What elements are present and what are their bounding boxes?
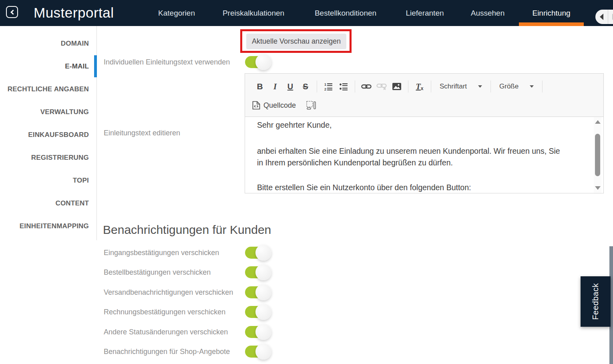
nav-item-bestellkonditionen[interactable]: Bestellkonditionen [315, 0, 376, 26]
scroll-up-arrow-icon[interactable] [595, 120, 601, 124]
sidebar-item-einheitenmapping[interactable]: EINHEITENMAPPING [0, 215, 96, 237]
ordered-list-icon[interactable]: 12 [321, 80, 336, 93]
toggle-shop-angebote[interactable] [245, 346, 271, 358]
feedback-tab[interactable]: Feedback [581, 276, 611, 327]
feedback-tab-label: Feedback [591, 283, 600, 320]
sidebar-item-topi[interactable]: TOPI [0, 169, 96, 192]
scrollbar-thumb[interactable] [595, 134, 600, 176]
sidebar-item-label: EINHEITENMAPPING [20, 222, 89, 230]
notification-row-rechnungsbestaetigungen: Rechnungsbestätigungen verschicken [104, 306, 613, 318]
editor-toolbar: B I U S 12 [245, 74, 603, 117]
sidebar-item-einkaufsboard[interactable]: EINKAUFSBOARD [0, 123, 96, 146]
svg-text:2: 2 [324, 87, 326, 91]
toggle-knob [255, 284, 271, 300]
active-tab-underline [519, 22, 584, 26]
notification-row-eingangsbestaetigungen: Eingangsbestätigungen verschicken [104, 247, 613, 259]
toggle-knob [255, 245, 271, 261]
toggle-label: Eingangsbestätigungen verschicken [104, 249, 219, 257]
toggle-bestellbestaetigungen[interactable] [245, 266, 271, 278]
link-icon[interactable] [359, 80, 374, 93]
source-code-button[interactable]: Quellcode [252, 101, 296, 110]
toggle-label: Bestellbestätigungen verschicken [104, 268, 211, 276]
editor-scrollbar [594, 117, 601, 193]
sidebar-item-label: EINKAUFSBOARD [28, 131, 89, 139]
toggle-knob [255, 344, 271, 360]
source-icon [252, 101, 260, 110]
toggle-knob [255, 264, 271, 280]
sidebar-item-label: RECHTLICHE ANGABEN [8, 85, 89, 93]
toggle-eingangsbestaetigungen[interactable] [245, 247, 271, 259]
back-button[interactable] [6, 6, 18, 18]
font-family-dropdown[interactable]: Schriftart [435, 80, 487, 93]
sidebar-item-email[interactable]: E-MAIL [0, 55, 96, 78]
editor-text: Sehr geehrter Kunde, anbei erhalten Sie … [245, 117, 603, 193]
editor-field-label: Einleitungstext editieren [104, 129, 180, 137]
nav-scroll-right-button[interactable] [608, 10, 613, 24]
toggle-label: Andere Statusänderungen verschicken [104, 328, 228, 336]
toolbar-separator [431, 80, 431, 93]
editor-paragraph: Sehr geehrter Kunde, [257, 119, 563, 131]
sidebar-item-registrierung[interactable]: REGISTRIERUNG [0, 146, 96, 169]
toolbar-separator [542, 80, 543, 93]
nav-item-aussehen[interactable]: Aussehen [471, 0, 505, 26]
toggle-label: Benachrichtigungen für Shop-Angebote [104, 348, 230, 356]
sidebar-item-label: TOPI [73, 177, 89, 185]
svg-text:1: 1 [324, 82, 326, 86]
chevron-down-icon [478, 85, 482, 88]
toolbar-separator [317, 80, 317, 93]
show-blocks-button[interactable] [306, 101, 316, 110]
nav-item-preiskalkulationen[interactable]: Preiskalkulationen [223, 0, 284, 26]
strikethrough-icon[interactable]: S [298, 80, 313, 93]
underline-icon[interactable]: U [283, 80, 298, 93]
rich-text-editor: B I U S 12 [245, 73, 604, 193]
intro-text-toggle[interactable] [245, 56, 271, 68]
toggle-knob [255, 54, 271, 70]
source-code-label: Quellcode [263, 101, 296, 110]
scroll-down-arrow-icon[interactable] [595, 186, 601, 190]
editor-paragraph: Bitte erstellen Sie ein Nutzerkonto über… [257, 182, 563, 193]
sidebar-item-rechtliche-angaben[interactable]: RECHTLICHE ANGABEN [0, 78, 96, 101]
top-navigation-bar: Musterportal Kategorien Preiskalkulation… [0, 0, 613, 26]
nav-scroll-left-button[interactable] [595, 10, 608, 24]
nav-scroller [595, 10, 613, 24]
show-preview-button[interactable]: Aktuelle Vorschau anzeigen [246, 34, 346, 49]
editor-content-area[interactable]: Sehr geehrter Kunde, anbei erhalten Sie … [245, 117, 603, 193]
notification-row-andere-statusaenderungen: Andere Statusänderungen verschicken [104, 326, 613, 338]
toggle-label: Versandbenachrichtigungen verschicken [104, 288, 233, 296]
bold-icon[interactable]: B [252, 80, 267, 93]
notification-row-versandbenachrichtigungen: Versandbenachrichtigungen verschicken [104, 286, 613, 298]
toolbar-separator [408, 80, 408, 93]
sidebar-item-label: E-MAIL [65, 62, 89, 70]
toggle-rechnungsbestaetigungen[interactable] [245, 306, 271, 318]
font-size-dropdown[interactable]: Größe [494, 80, 539, 93]
image-icon[interactable] [389, 80, 404, 93]
editor-toolbar-row-2: Quellcode [252, 98, 603, 113]
toggle-andere-statusaenderungen[interactable] [245, 326, 271, 338]
sidebar-item-label: CONTENT [55, 199, 89, 207]
sidebar-item-label: VERWALTUNG [40, 108, 89, 116]
show-blocks-icon [306, 101, 316, 110]
toggle-knob [255, 304, 271, 320]
notifications-heading: Benachrichtigungen für Kunden [103, 223, 271, 237]
italic-icon[interactable]: I [267, 80, 283, 93]
notification-row-bestellbestaetigungen: Bestellbestätigungen verschicken [104, 266, 613, 278]
sidebar-item-verwaltung[interactable]: VERWALTUNG [0, 101, 96, 123]
unlink-icon[interactable] [374, 80, 389, 93]
nav-item-kategorien[interactable]: Kategorien [158, 0, 195, 26]
chevron-down-icon [530, 85, 534, 88]
font-family-label: Schriftart [440, 82, 467, 90]
nav-item-lieferanten[interactable]: Lieferanten [406, 0, 444, 26]
toolbar-separator [490, 80, 491, 93]
editor-paragraph: anbei erhalten Sie eine Einladung zu uns… [257, 145, 563, 169]
brand-title: Musterportal [34, 0, 114, 26]
toggle-versandbenachrichtigungen[interactable] [245, 286, 271, 298]
notification-row-shop-angebote: Benachrichtigungen für Shop-Angebote [104, 346, 613, 358]
editor-toolbar-row-1: B I U S 12 [252, 78, 603, 95]
sidebar-item-domain[interactable]: DOMAIN [0, 32, 96, 55]
settings-sidebar: DOMAIN E-MAIL RECHTLICHE ANGABEN VERWALT… [0, 26, 97, 240]
intro-toggle-label: Individuellen Einleitungstext verwenden [104, 56, 230, 68]
sidebar-item-content[interactable]: CONTENT [0, 192, 96, 215]
font-size-label: Größe [499, 82, 519, 90]
bulleted-list-icon[interactable] [336, 80, 351, 93]
remove-format-icon[interactable]: Tx [412, 80, 427, 93]
